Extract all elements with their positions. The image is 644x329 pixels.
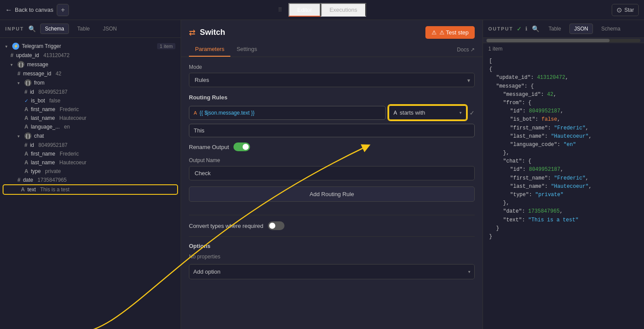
field-date[interactable]: # date 1735847965 [0, 176, 181, 184]
add-node-button[interactable]: + [57, 4, 69, 16]
condition-text: starts with [400, 109, 457, 116]
trigger-count: 1 item [157, 43, 175, 49]
output-check-icon: ✓ [517, 25, 522, 32]
text-icon: A [21, 187, 25, 193]
tab-json[interactable]: JSON [98, 24, 122, 34]
output-name-input[interactable] [189, 166, 475, 180]
warning-icon: ⚠ [432, 29, 437, 36]
tab-editor[interactable]: Editor [288, 3, 321, 17]
mode-select-wrap: Rules [189, 73, 475, 87]
input-search-button[interactable]: 🔍 [27, 24, 37, 33]
mode-select[interactable]: Rules [189, 73, 475, 87]
output-title: OUTPUT [488, 26, 513, 31]
convert-label: Convert types where required [189, 223, 264, 229]
field-from[interactable]: ▾ { } from [0, 78, 181, 88]
divider2 [189, 236, 475, 237]
field-text[interactable]: A text This is a test [3, 185, 177, 194]
json-line: } [489, 224, 638, 233]
json-line: "first_name": "Frederic", [489, 124, 638, 132]
rename-label: Rename Output [189, 144, 229, 150]
switch-title: Switch [200, 28, 225, 37]
chevron-down-icon: ▾ [468, 269, 470, 274]
json-line: "type": "private" [489, 191, 638, 199]
tab-parameters[interactable]: Parameters [189, 42, 230, 57]
add-option-button[interactable]: Add option ▾ [189, 264, 475, 279]
field-message-id[interactable]: # message_id 42 [0, 69, 181, 78]
json-line: { [489, 65, 638, 74]
rule-value-input[interactable] [189, 124, 475, 137]
main-layout: INPUT 🔍 Schema Table JSON ▾ ⚡ Telegram T… [0, 20, 644, 329]
add-routing-rule-button[interactable]: Add Routing Rule [189, 187, 475, 202]
no-properties-text: No properties [189, 254, 475, 260]
json-line: }, [489, 149, 638, 157]
info-icon[interactable]: ℹ [525, 26, 528, 32]
field-from-id[interactable]: # id 8049952187 [0, 88, 181, 96]
tab-json-output[interactable]: JSON [569, 24, 593, 34]
field-chat-type[interactable]: A type private [0, 167, 181, 176]
rule-check-icon[interactable]: ✓ [469, 109, 475, 116]
tab-table[interactable]: Table [72, 24, 95, 34]
object-icon: { } [17, 61, 24, 68]
condition-icon: A [394, 110, 397, 116]
field-first-name[interactable]: A first_name Frederic [0, 105, 181, 114]
divider [189, 215, 475, 215]
text-icon: A [24, 106, 28, 112]
field-last-name[interactable]: A last_name Hautecoeur [0, 114, 181, 122]
json-line: "date": 1735847965, [489, 207, 638, 216]
tab-settings[interactable]: Settings [230, 42, 263, 57]
scrollbar[interactable] [483, 38, 644, 43]
tab-executions[interactable]: Executions [321, 3, 366, 17]
rule-expression[interactable]: A {{ $json.message.text }} [189, 106, 386, 120]
json-line: } [489, 233, 638, 241]
json-line: "message_id": 42, [489, 91, 638, 99]
tab-table-output[interactable]: Table [544, 24, 566, 34]
text-icon: A [24, 124, 28, 130]
json-line: "id": 8049952187, [489, 166, 638, 174]
field-chat-first-name[interactable]: A first_name Frederic [0, 149, 181, 158]
rename-toggle[interactable] [233, 142, 250, 151]
scrollbar-track [486, 39, 641, 42]
back-to-canvas-button[interactable]: ← Back to canvas [5, 6, 53, 14]
drag-dots-icon: ⠿ [278, 7, 283, 13]
text-icon: A [24, 151, 28, 157]
json-line: "is_bot": false, [489, 115, 638, 124]
expand-icon: ▾ [17, 81, 22, 85]
rule-condition-dropdown[interactable]: A starts with ▾ [388, 105, 467, 120]
input-title: INPUT [5, 26, 24, 31]
top-bar: ← Back to canvas + ⠿ Editor Executions ⊙… [0, 0, 644, 20]
convert-toggle[interactable] [268, 221, 284, 230]
tab-schema[interactable]: Schema [40, 24, 69, 34]
text-icon: A [24, 115, 28, 121]
output-count: 1 item [483, 43, 644, 54]
options-label: Options [189, 243, 475, 249]
field-chat-last-name[interactable]: A last_name Hautecoeur [0, 158, 181, 167]
field-update-id[interactable]: # update_id 413120472 [0, 51, 181, 60]
routing-rule-row: A {{ $json.message.text }} A starts with… [189, 105, 475, 120]
text-icon: A [24, 168, 28, 174]
routing-rules-label: Routing Rules [189, 94, 475, 101]
tab-schema-output[interactable]: Schema [596, 24, 625, 34]
field-is-bot[interactable]: ✓ is_bot false [0, 96, 181, 105]
rename-output-row: Rename Output [189, 142, 475, 151]
field-chat[interactable]: ▾ { } chat [0, 131, 181, 141]
star-button[interactable]: ⊙ Star [612, 4, 639, 16]
test-step-button[interactable]: ⚠ ⚠ Test step [425, 26, 475, 39]
switch-tabs: Parameters Settings Docs ↗ [181, 42, 483, 57]
object-icon: { } [24, 132, 31, 139]
docs-link[interactable]: Docs ↗ [457, 47, 475, 53]
json-line: "language_code": "en" [489, 141, 638, 149]
trigger-icon: ⚡ [12, 43, 19, 50]
field-language-code[interactable]: A language_... en [0, 122, 181, 131]
trigger-row[interactable]: ▾ ⚡ Telegram Trigger 1 item [0, 41, 181, 51]
field-chat-id[interactable]: # id 8049952187 [0, 141, 181, 149]
output-search-button[interactable]: 🔍 [531, 24, 540, 33]
right-panel: OUTPUT ✓ ℹ 🔍 Table JSON Schema 1 item [ … [483, 20, 644, 329]
text-icon: A [24, 159, 28, 166]
input-tree: ▾ ⚡ Telegram Trigger 1 item # update_id … [0, 38, 181, 329]
json-output-body: [ { "update_id": 413120472, "message": {… [483, 54, 644, 329]
back-label: Back to canvas [15, 7, 53, 13]
json-line: "last_name": "Hautecoeur", [489, 132, 638, 141]
json-line: [ [489, 57, 638, 65]
left-panel: INPUT 🔍 Schema Table JSON ▾ ⚡ Telegram T… [0, 20, 181, 329]
field-message[interactable]: ▾ { } message [0, 60, 181, 69]
